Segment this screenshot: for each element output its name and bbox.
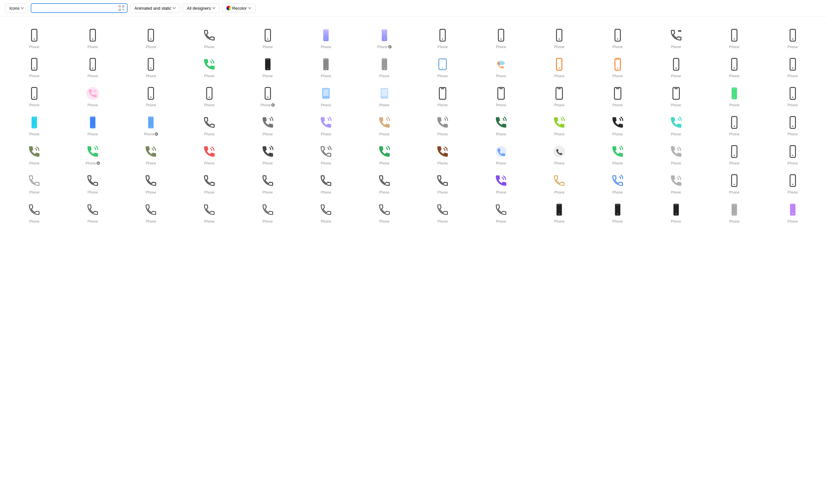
icon-cell[interactable]: Phone [472, 109, 530, 138]
icon-cell[interactable]: Phone [180, 196, 239, 225]
icon-cell[interactable]: Phone [530, 22, 589, 51]
icon-cell[interactable]: Phone [5, 138, 64, 167]
icon-cell[interactable]: Phone [705, 167, 764, 196]
icon-cell[interactable]: Phone [589, 196, 647, 225]
icon-cell[interactable]: Phone [5, 196, 64, 225]
icon-cell[interactable]: Phone [180, 167, 239, 196]
icon-cell[interactable]: Phone [5, 80, 64, 109]
icon-cell[interactable]: Phone [530, 109, 589, 138]
icon-cell[interactable]: Phone [238, 196, 297, 225]
icon-cell[interactable]: Phone [5, 109, 64, 138]
search-input[interactable]: phone [34, 5, 116, 11]
icon-cell[interactable]: Phone [589, 138, 647, 167]
icon-cell[interactable]: Phone [180, 22, 239, 51]
icon-cell[interactable]: Phone [122, 51, 180, 80]
icon-cell[interactable]: Phone [238, 109, 297, 138]
icon-cell[interactable]: Phone [763, 196, 822, 225]
icon-cell[interactable]: Phone [472, 167, 530, 196]
icon-cell[interactable]: Phone [64, 167, 122, 196]
icon-cell[interactable]: Phone [705, 51, 764, 80]
icon-cell[interactable]: Phone [763, 80, 822, 109]
icon-cell[interactable]: Phone [238, 80, 297, 109]
icon-cell[interactable]: Phone [530, 51, 589, 80]
icon-cell[interactable]: Phone [297, 22, 355, 51]
icon-cell[interactable]: Phone [297, 167, 355, 196]
icon-cell[interactable]: Phone [763, 167, 822, 196]
icon-cell[interactable]: Phone [705, 109, 764, 138]
icon-cell[interactable]: Phone [530, 167, 589, 196]
icon-cell[interactable]: Phone [530, 196, 589, 225]
icon-cell[interactable]: Phone [5, 167, 64, 196]
icon-cell[interactable]: Phone [355, 22, 414, 51]
icon-cell[interactable]: Phone [238, 22, 297, 51]
icon-cell[interactable]: Phone [414, 22, 472, 51]
scan-search-button[interactable] [118, 5, 125, 11]
icon-cell[interactable]: Phone [763, 138, 822, 167]
recolor-dropdown[interactable]: Recolor [222, 4, 255, 13]
icon-cell[interactable]: Phone [705, 22, 764, 51]
icon-cell[interactable]: Phone [297, 196, 355, 225]
icon-cell[interactable]: Phone [180, 80, 239, 109]
icon-cell[interactable]: Phone [414, 80, 472, 109]
icon-cell[interactable]: Phone [414, 109, 472, 138]
icon-cell[interactable]: Phone [589, 80, 647, 109]
icon-cell[interactable]: Phone [180, 51, 239, 80]
icon-cell[interactable]: Phone [589, 109, 647, 138]
icon-cell[interactable]: Phone [472, 51, 530, 80]
icon-cell[interactable]: Phone [238, 167, 297, 196]
icon-cell[interactable]: Phone [64, 196, 122, 225]
icon-cell[interactable]: Phone [647, 167, 705, 196]
icon-cell[interactable]: Phone [647, 80, 705, 109]
icon-cell[interactable]: Phone [472, 196, 530, 225]
icon-cell[interactable]: Phone [472, 138, 530, 167]
icon-cell[interactable]: Phone [238, 51, 297, 80]
icon-cell[interactable]: Phone [64, 51, 122, 80]
icon-cell[interactable]: Phone [763, 109, 822, 138]
icon-cell[interactable]: Phone [355, 109, 414, 138]
animated-static-dropdown[interactable]: Animated and static [130, 4, 180, 13]
icon-cell[interactable]: Phone [297, 109, 355, 138]
icon-cell[interactable]: Phone [589, 51, 647, 80]
icons-dropdown[interactable]: Icons [5, 4, 28, 13]
icon-cell[interactable]: Phone [647, 109, 705, 138]
icon-cell[interactable]: Phone [763, 22, 822, 51]
icon-cell[interactable]: Phone [355, 138, 414, 167]
icon-cell[interactable]: Phone [64, 22, 122, 51]
icon-cell[interactable]: Phone [414, 196, 472, 225]
icon-cell[interactable]: Phone [64, 138, 122, 167]
icon-cell[interactable]: Phone [589, 167, 647, 196]
icon-cell[interactable]: Phone [64, 80, 122, 109]
icon-cell[interactable]: Phone [472, 22, 530, 51]
icon-cell[interactable]: 📞Phone [530, 138, 589, 167]
icon-cell[interactable]: Phone [705, 80, 764, 109]
icon-cell[interactable]: Phone [297, 51, 355, 80]
icon-cell[interactable]: Phone [647, 22, 705, 51]
icon-cell[interactable]: Phone [647, 138, 705, 167]
icon-cell[interactable]: Phone [122, 80, 180, 109]
icon-cell[interactable]: Phone [180, 138, 239, 167]
icon-cell[interactable]: Phone [589, 22, 647, 51]
icon-cell[interactable]: Phone [122, 138, 180, 167]
icon-cell[interactable]: Phone [180, 109, 239, 138]
icon-cell[interactable]: Phone [5, 22, 64, 51]
icon-cell[interactable]: Phone [705, 196, 764, 225]
designers-dropdown[interactable]: All designers [183, 4, 220, 13]
icon-cell[interactable]: Phone [238, 138, 297, 167]
icon-cell[interactable]: Phone [5, 51, 64, 80]
icon-cell[interactable]: Phone [355, 196, 414, 225]
icon-cell[interactable]: Phone [763, 51, 822, 80]
icon-cell[interactable]: Phone [122, 109, 180, 138]
icon-cell[interactable]: Phone [530, 80, 589, 109]
icon-cell[interactable]: Phone [414, 138, 472, 167]
icon-cell[interactable]: Phone [122, 167, 180, 196]
icon-cell[interactable]: Phone [472, 80, 530, 109]
icon-cell[interactable]: Phone [64, 109, 122, 138]
icon-cell[interactable]: Phone [647, 51, 705, 80]
icon-cell[interactable]: Phone [355, 51, 414, 80]
icon-cell[interactable]: Phone [705, 138, 764, 167]
icon-cell[interactable]: Phone [414, 51, 472, 80]
icon-cell[interactable]: Phone [355, 167, 414, 196]
icon-cell[interactable]: Phone [647, 196, 705, 225]
icon-cell[interactable]: Phone [122, 196, 180, 225]
icon-cell[interactable]: Phone [414, 167, 472, 196]
